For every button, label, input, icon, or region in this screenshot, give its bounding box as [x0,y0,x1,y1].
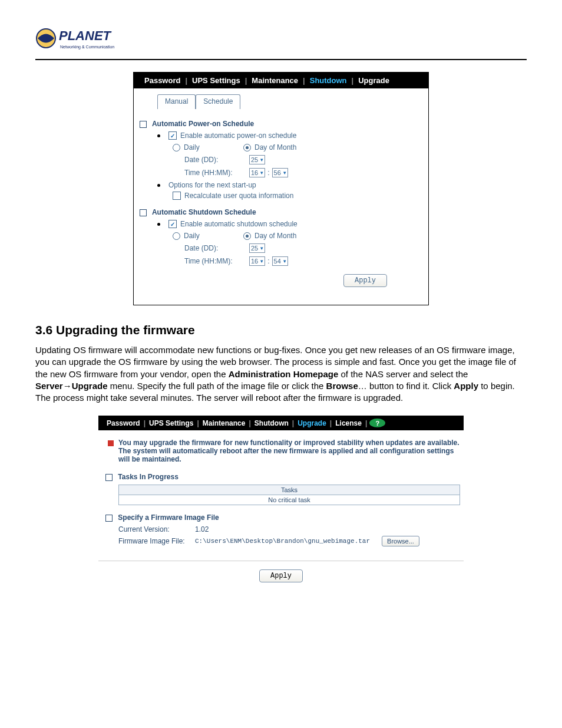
top-tabs: Password| UPS Settings| Maintenance| Shu… [134,73,428,88]
enable-poweron-label: Enable automatic power-on schedule [180,131,296,140]
poweron-time-label: Time (HH:MM): [184,169,249,177]
tab-maintenance[interactable]: Maintenance [199,419,249,427]
enable-shutdown-label: Enable automatic shutdown schedule [180,220,297,228]
recalc-label: Recalculate user quota information [184,192,293,200]
chevron-down-icon: ▾ [283,258,286,264]
poweron-hour-select[interactable]: 16▾ [249,168,265,177]
section-body: Updating OS firmware will accommodate ne… [35,344,527,404]
current-version-label: Current Version: [118,525,195,533]
shutdown-dom-radio[interactable] [243,232,251,240]
tasks-column-header: Tasks [119,485,460,495]
svg-text:PLANET: PLANET [59,28,112,43]
poweron-daily-radio[interactable] [173,144,180,151]
bullet-icon [157,223,160,226]
sub-tab-schedule[interactable]: Schedule [196,94,240,109]
recalc-checkbox[interactable] [173,192,181,200]
section-icon [105,515,113,522]
enable-poweron-checkbox[interactable]: ✓ [168,131,177,140]
chevron-down-icon: ▾ [260,157,263,163]
tab-password[interactable]: Password [103,419,144,427]
shutdown-date-label: Date (DD): [184,244,249,252]
chevron-down-icon: ▾ [260,258,263,264]
shutdown-schedule-screenshot: Password| UPS Settings| Maintenance| Shu… [133,72,429,305]
shutdown-date-select[interactable]: 25▾ [249,243,265,253]
sub-tab-manual[interactable]: Manual [157,94,196,109]
tab-maintenance[interactable]: Maintenance [247,76,303,85]
section-heading: 3.6 Upgrading the firmware [35,323,527,337]
apply-button[interactable]: Apply [259,569,303,582]
bullet-icon [157,134,160,137]
tab-ups-settings[interactable]: UPS Settings [187,76,245,85]
current-version-value: 1.02 [195,525,209,533]
shutdown-heading: Automatic Shutdown Schedule [140,208,422,216]
planet-logo: PLANET Networking & Communication [35,24,135,53]
tab-shutdown[interactable]: Shutdown [251,419,292,427]
enable-shutdown-checkbox[interactable]: ✓ [168,220,177,228]
section-icon [140,209,147,216]
shutdown-dom-label: Day of Month [254,232,296,240]
bullet-icon [157,184,160,187]
options-next-startup-label: Options for the next start-up [168,181,256,189]
svg-text:Networking & Communication: Networking & Communication [60,45,114,50]
poweron-date-label: Date (DD): [184,156,249,164]
tab-upgrade[interactable]: Upgrade [294,419,330,427]
tab-ups-settings[interactable]: UPS Settings [146,419,197,427]
help-icon[interactable]: ? [369,419,385,427]
poweron-minute-select[interactable]: 56▾ [272,168,288,177]
shutdown-time-label: Time (HH:MM): [184,257,249,265]
tasks-table: Tasks No critical task [118,485,460,505]
poweron-dom-label: Day of Month [254,143,296,151]
spec-heading: Specify a Firmware Image File [105,513,460,522]
sub-tabs: Manual Schedule [157,94,428,109]
chevron-down-icon: ▾ [283,170,286,176]
upgrade-screenshot: Password| UPS Settings| Maintenance| Shu… [98,416,464,582]
shutdown-minute-select[interactable]: 54▾ [272,256,288,266]
tab-password[interactable]: Password [140,76,185,85]
shutdown-daily-radio[interactable] [173,232,180,240]
top-tabs-2: Password| UPS Settings| Maintenance| Shu… [98,416,464,430]
poweron-date-select[interactable]: 25▾ [249,155,265,164]
poweron-heading: Automatic Power-on Schedule [140,120,422,128]
firmware-file-label: Firmware Image File: [118,537,195,545]
browse-button[interactable]: Browse... [382,536,419,546]
poweron-dom-radio[interactable] [243,144,251,151]
upgrade-notice: You may upgrade the firmware for new fun… [118,439,460,463]
tab-upgrade[interactable]: Upgrade [353,76,394,85]
shutdown-daily-label: Daily [184,232,200,240]
chevron-down-icon: ▾ [260,245,263,251]
chevron-down-icon: ▾ [260,170,263,176]
section-icon [140,121,147,128]
warning-icon [108,440,114,446]
tab-shutdown[interactable]: Shutdown [305,76,352,85]
shutdown-hour-select[interactable]: 16▾ [249,256,265,266]
poweron-daily-label: Daily [184,143,200,151]
apply-button[interactable]: Apply [343,274,387,287]
firmware-file-value: C:\Users\ENM\Desktop\Brandon\gnu_webimag… [195,538,370,545]
tab-license[interactable]: License [332,419,365,427]
tasks-heading: Tasks In Progress [105,473,460,481]
section-icon [105,474,113,481]
page-header: PLANET Networking & Communication [35,24,527,60]
tasks-row: No critical task [119,495,460,505]
